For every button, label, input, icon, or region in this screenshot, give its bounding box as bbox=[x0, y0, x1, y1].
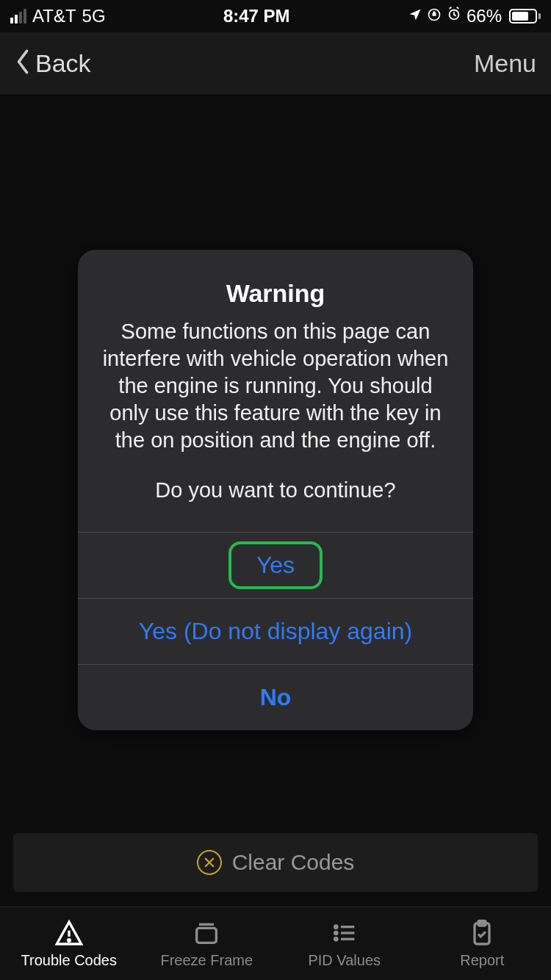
tab-pid-values[interactable]: PID Values bbox=[276, 907, 414, 980]
menu-button[interactable]: Menu bbox=[474, 49, 536, 78]
clear-codes-button[interactable]: Clear Codes bbox=[13, 833, 538, 892]
warning-triangle-icon bbox=[54, 918, 84, 948]
status-bar: AT&T 5G 8:47 PM 66% bbox=[0, 0, 551, 32]
status-time: 8:47 PM bbox=[223, 6, 290, 26]
clear-codes-label: Clear Codes bbox=[232, 850, 355, 875]
tab-freeze-frame[interactable]: Freeze Frame bbox=[138, 907, 276, 980]
status-right: 66% bbox=[408, 6, 541, 26]
chevron-left-icon bbox=[15, 48, 31, 80]
yes-do-not-display-button[interactable]: Yes (Do not display again) bbox=[78, 598, 473, 664]
clipboard-check-icon bbox=[467, 918, 497, 948]
location-icon bbox=[408, 6, 422, 26]
tab-report[interactable]: Report bbox=[414, 907, 552, 980]
yes-never-label: Yes (Do not display again) bbox=[139, 618, 412, 645]
modal-text: Some functions on this page can interfer… bbox=[100, 318, 451, 504]
battery-icon bbox=[506, 9, 541, 24]
modal-title: Warning bbox=[100, 279, 451, 308]
tab-bar: Trouble Codes Freeze Frame PID Values Re… bbox=[0, 907, 551, 980]
tab-label: Trouble Codes bbox=[21, 952, 117, 969]
svg-point-3 bbox=[68, 940, 70, 942]
svg-rect-4 bbox=[197, 928, 217, 943]
back-button[interactable]: Back bbox=[15, 48, 91, 80]
clear-x-icon bbox=[197, 850, 222, 875]
modal-body: Warning Some functions on this page can … bbox=[78, 250, 473, 532]
modal-actions: Yes Yes (Do not display again) No bbox=[78, 532, 473, 730]
nav-header: Back Menu bbox=[0, 32, 551, 96]
no-button[interactable]: No bbox=[78, 664, 473, 730]
tab-trouble-codes[interactable]: Trouble Codes bbox=[0, 907, 138, 980]
modal-paragraph-1: Some functions on this page can interfer… bbox=[100, 318, 451, 455]
menu-label: Menu bbox=[474, 49, 536, 77]
tab-label: Freeze Frame bbox=[160, 952, 253, 969]
warning-modal: Warning Some functions on this page can … bbox=[78, 250, 473, 730]
svg-point-8 bbox=[334, 932, 336, 934]
no-label: No bbox=[260, 684, 292, 711]
content-area: Clear Codes Warning Some functions on th… bbox=[0, 96, 551, 907]
list-icon bbox=[330, 918, 359, 948]
alarm-icon bbox=[446, 6, 462, 26]
tab-label: PID Values bbox=[308, 952, 381, 969]
tab-label: Report bbox=[460, 952, 504, 969]
signal-icon bbox=[10, 9, 26, 24]
modal-paragraph-2: Do you want to continue? bbox=[100, 477, 451, 504]
svg-point-6 bbox=[334, 926, 336, 928]
carrier-label: AT&T bbox=[32, 6, 76, 26]
yes-button[interactable]: Yes bbox=[78, 532, 473, 598]
orientation-lock-icon bbox=[427, 6, 442, 26]
battery-pct-label: 66% bbox=[467, 6, 502, 26]
network-label: 5G bbox=[82, 6, 106, 26]
svg-point-10 bbox=[334, 938, 336, 940]
status-left: AT&T 5G bbox=[10, 6, 106, 26]
freeze-frame-icon bbox=[192, 918, 221, 948]
back-label: Back bbox=[35, 49, 91, 78]
yes-label: Yes bbox=[228, 541, 323, 589]
